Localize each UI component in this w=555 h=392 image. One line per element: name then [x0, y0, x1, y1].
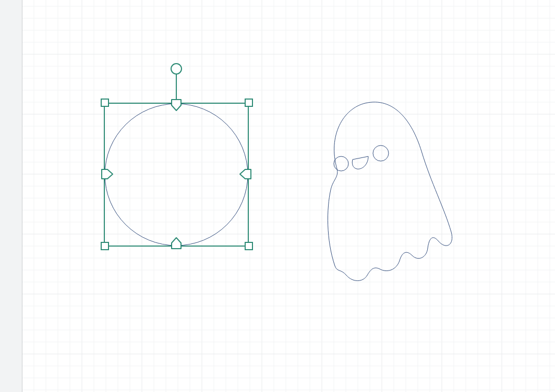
resize-handle-ne[interactable] [245, 99, 252, 106]
resize-handle-se[interactable] [245, 242, 252, 250]
design-canvas[interactable] [0, 0, 555, 392]
canvas-bg [0, 0, 555, 392]
resize-handle-sw[interactable] [101, 242, 108, 250]
rotation-handle[interactable] [171, 64, 182, 74]
ruler-left [0, 0, 22, 392]
resize-handle-nw[interactable] [101, 99, 108, 106]
canvas-svg[interactable] [0, 0, 555, 392]
